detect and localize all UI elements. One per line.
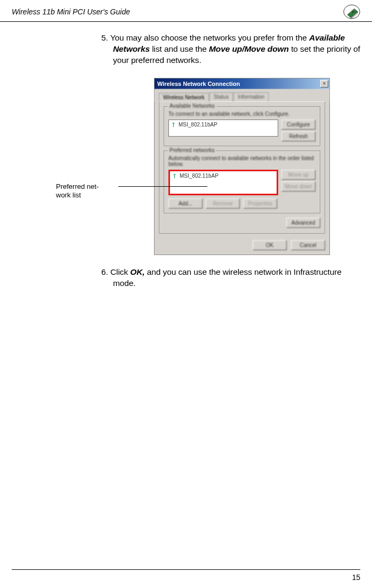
step-5-b2: Move up/Move down <box>209 44 289 53</box>
advanced-button[interactable]: Advanced <box>286 218 320 228</box>
wireless-network-dialog: Wireless Network Connection × Wireless N… <box>154 78 330 255</box>
preferred-networks-group: Preferred networks Automatically connect… <box>164 150 320 213</box>
refresh-button[interactable]: Refresh <box>281 131 316 141</box>
properties-button[interactable]: Properties <box>243 198 277 209</box>
header-title: Wireless 11b Mini PCI User's Guide <box>12 7 130 16</box>
available-networks-list[interactable]: MSI_802.11bAP <box>168 120 278 137</box>
step-6-p1a: Click <box>110 267 130 276</box>
tab-information[interactable]: Information <box>233 92 269 101</box>
pci-card-icon <box>343 4 360 19</box>
tab-wireless-network[interactable]: Wireless Network <box>159 93 209 102</box>
step-6-b1: OK, <box>130 267 144 276</box>
preferred-item-label: MSI_802.11bAP <box>180 173 219 179</box>
available-networks-desc: To connect to an available network, clic… <box>168 111 316 117</box>
step-5-p1b: list and use the <box>150 44 209 53</box>
preferred-networks-desc: Automatically connect to available netwo… <box>168 155 316 167</box>
antenna-icon <box>171 122 176 128</box>
page-number: 15 <box>352 573 360 582</box>
tabs-row: Wireless Network Status Information <box>155 89 329 101</box>
preferred-networks-list[interactable]: MSI_802.11bAP <box>168 170 278 195</box>
add-button[interactable]: Add... <box>168 198 203 209</box>
footer-rule <box>12 569 360 570</box>
list-item[interactable]: MSI_802.11bAP <box>171 122 276 128</box>
callout-label: Preferred net- work list <box>56 182 120 200</box>
callout-leader-line <box>118 186 207 187</box>
move-down-button[interactable]: Move down <box>281 181 316 192</box>
step-5-number: 5. <box>101 33 108 42</box>
antenna-icon <box>172 173 177 179</box>
step-6-text: 6. Click OK, and you can use the wireles… <box>101 267 360 289</box>
available-networks-legend: Available Networks <box>168 103 216 109</box>
callout-label-line2: work list <box>56 191 81 199</box>
available-item-label: MSI_802.11bAP <box>179 122 217 128</box>
dialog-figure: Preferred net- work list Wireless Networ… <box>89 78 360 255</box>
dialog-title: Wireless Network Connection <box>157 81 240 87</box>
tab-status[interactable]: Status <box>209 92 233 101</box>
step-6-number: 6. <box>101 267 108 276</box>
step-5-text: 5. You may also choose the networks you … <box>101 33 360 66</box>
callout-label-line1: Preferred net- <box>56 182 99 190</box>
page-content: 5. You may also choose the networks you … <box>0 23 372 289</box>
step-5-p1a: You may also choose the networks you pre… <box>110 33 309 42</box>
cancel-button[interactable]: Cancel <box>291 240 325 250</box>
tab-content: Available Networks To connect to an avai… <box>159 101 325 234</box>
page-header: Wireless 11b Mini PCI User's Guide <box>0 0 372 22</box>
move-up-button[interactable]: Move up <box>281 170 316 180</box>
close-icon[interactable]: × <box>320 80 328 88</box>
configure-button[interactable]: Configure <box>281 120 316 130</box>
preferred-networks-legend: Preferred networks <box>168 147 216 153</box>
remove-button[interactable]: Remove <box>206 198 240 209</box>
dialog-titlebar: Wireless Network Connection × <box>155 78 329 89</box>
available-networks-group: Available Networks To connect to an avai… <box>164 106 320 146</box>
step-6-p1b: and you can use the wireless network in … <box>113 267 342 288</box>
ok-button[interactable]: OK <box>253 240 287 250</box>
list-item[interactable]: MSI_802.11bAP <box>172 173 275 179</box>
